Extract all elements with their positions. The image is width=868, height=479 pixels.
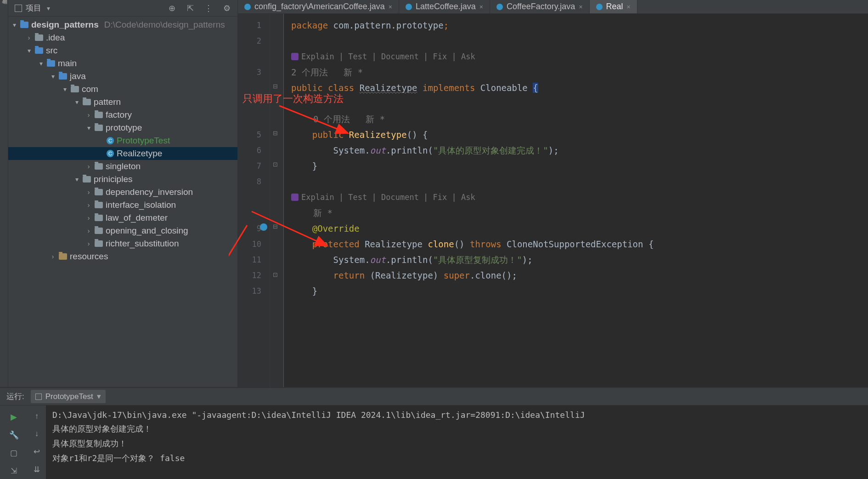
collapse-icon[interactable]: ⋮ [204,4,213,12]
chevron-down-icon[interactable]: ▾ [62,86,68,93]
override-gutter-icon[interactable] [260,223,267,231]
line-number[interactable]: 11 [238,252,270,268]
close-tab-icon[interactable]: × [579,3,582,11]
down-arrow-icon[interactable]: ↓ [35,429,39,439]
tree-folder-item[interactable]: ›resources [8,250,237,263]
tree-class-item[interactable]: Realizetype [8,147,237,160]
side-tab-pull[interactable]: 拉取请求 [0,6,8,11]
editor-tab[interactable]: LatteCoffee.java× [399,0,490,13]
project-tree[interactable]: ▾ design_patterns D:\Code\demo\design_pa… [8,17,237,387]
project-view-dropdown-icon[interactable]: ▾ [45,5,51,12]
more-icon[interactable]: ⇲ [11,466,17,476]
soft-wrap-icon[interactable]: ↩ [34,447,40,456]
line-number[interactable]: 2 [238,33,270,49]
line-number[interactable] [238,205,270,221]
tree-folder-item[interactable]: ›.idea [8,31,237,44]
tree-folder-item[interactable]: ›richter_substitution [8,237,237,250]
fold-icon[interactable]: ⊟ [273,83,278,90]
line-number[interactable] [238,96,270,111]
tree-folder-item[interactable]: ›interface_isolation [8,199,237,211]
left-tool-strip[interactable]: 提交 拉取请求 [0,0,8,387]
rerun-icon[interactable]: ▶ [11,412,17,422]
project-view-title[interactable]: 项目 [26,3,41,13]
line-number[interactable] [238,111,270,127]
line-number[interactable]: 6 [238,143,270,158]
side-tab-commit[interactable]: 提交 [0,0,8,6]
chevron-right-icon[interactable]: › [26,34,32,41]
editor-tab[interactable]: CoffeeFactory.java× [490,0,590,13]
chevron-right-icon[interactable]: › [85,188,92,196]
scroll-icon[interactable]: ⇊ [34,465,40,474]
line-number[interactable]: 12 [238,268,270,283]
tree-folder-item[interactable]: ▾src [8,44,237,57]
chevron-down-icon[interactable]: ▾ [85,124,92,131]
line-number[interactable]: 1 [238,17,270,33]
fold-icon[interactable]: ⊟ [273,223,278,230]
tree-folder-item[interactable]: ▾java [8,70,237,83]
tree-folder-item[interactable]: ▾priniciples [8,173,237,186]
editor-tab[interactable]: config_factory\AmericanCoffee.java× [238,0,399,13]
close-tab-icon[interactable]: × [627,3,631,11]
tree-folder-item[interactable]: ›factory [8,108,237,121]
tree-folder-item[interactable]: ›dependency_inversion [8,186,237,199]
console-output[interactable]: D:\Java\jdk-17\bin\java.exe "-javaagent:… [46,405,868,479]
tree-root[interactable]: ▾ design_patterns D:\Code\demo\design_pa… [8,18,237,31]
locate-icon[interactable]: ⊕ [168,4,176,12]
close-tab-icon[interactable]: × [389,3,392,11]
editor-tab[interactable]: Real× [590,0,637,13]
chevron-down-icon[interactable]: ▾ [97,392,101,401]
fold-icon[interactable]: ⊟ [273,130,278,137]
chevron-down-icon[interactable]: ▾ [73,98,80,106]
settings-gear-icon[interactable]: ⚙ [223,4,231,12]
line-number[interactable]: 10 [238,236,270,252]
chevron-down-icon[interactable]: ▾ [26,47,32,54]
editor-tabs[interactable]: config_factory\AmericanCoffee.java×Latte… [238,0,868,14]
line-number[interactable]: 13 [238,283,270,299]
chevron-right-icon[interactable]: › [85,111,92,119]
tree-folder-item[interactable]: ›opening_and_closing [8,224,237,237]
editor-gutter[interactable]: 1235678910111213 [238,14,270,387]
tree-folder-item[interactable]: ›law_of_demeter [8,211,237,224]
usage-hint[interactable]: 2 个用法 新 * [291,67,363,77]
chevron-down-icon[interactable]: ▾ [50,73,56,80]
fold-icon[interactable]: ⊡ [273,271,278,278]
tree-class-item[interactable]: PrototypeTest [8,134,237,147]
layout-icon[interactable]: ▢ [10,448,17,458]
chevron-right-icon[interactable]: › [50,253,56,260]
chevron-right-icon[interactable]: › [85,240,92,247]
code-editor[interactable]: 只调用了一次构造方法 package com.pattern.prototype… [284,14,868,387]
chevron-right-icon[interactable]: › [85,227,92,234]
usage-hint[interactable]: 新 * [291,208,333,218]
chevron-right-icon[interactable]: › [85,214,92,222]
wrench-icon[interactable]: 🔧 [9,430,19,440]
tree-folder-item[interactable]: ▾pattern [8,96,237,108]
usage-hint[interactable]: 0 个用法 新 * [291,114,385,124]
tree-folder-item[interactable]: ›singleton [8,160,237,173]
chevron-right-icon[interactable]: › [85,163,92,170]
console-line: 具体原型复制成功！ [52,438,862,449]
line-number[interactable]: 5 [238,127,270,143]
chevron-down-icon[interactable]: ▾ [38,60,44,67]
ai-hint-row[interactable]: Explain | Test | Document | Fix | Ask [291,49,868,64]
ai-badge-icon [291,194,299,201]
fold-column[interactable]: ⊟ ⊟ ⊡ ⊟ ⊡ [270,14,284,387]
run-config-tab[interactable]: PrototypeTest ▾ [31,390,106,403]
tree-folder-item[interactable]: ▾com [8,83,237,96]
project-view-icon[interactable] [15,5,22,12]
line-number[interactable]: 7 [238,158,270,174]
tree-folder-item[interactable]: ▾prototype [8,121,237,134]
close-tab-icon[interactable]: × [479,3,483,11]
up-arrow-icon[interactable]: ↑ [35,412,39,421]
line-number[interactable] [238,80,270,96]
line-number[interactable]: 3 [238,64,270,80]
chevron-down-icon[interactable]: ▾ [73,176,80,183]
line-number[interactable]: 8 [238,174,270,189]
line-number[interactable] [238,49,270,64]
tree-folder-item[interactable]: ▾main [8,57,237,70]
ai-hint-row[interactable]: Explain | Test | Document | Fix | Ask [291,189,868,205]
chevron-down-icon[interactable]: ▾ [11,21,17,29]
expand-icon[interactable]: ⇱ [186,4,194,12]
fold-icon[interactable]: ⊡ [273,161,278,168]
chevron-right-icon[interactable]: › [85,201,92,209]
line-number[interactable] [238,189,270,205]
